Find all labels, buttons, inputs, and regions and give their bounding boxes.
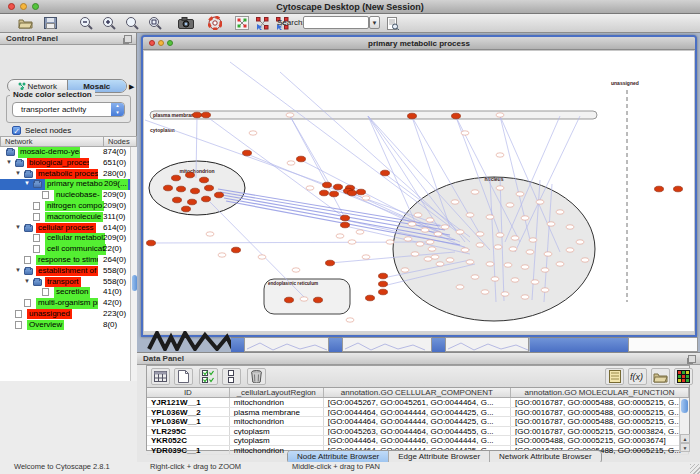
graph-node-small[interactable] [556,262,564,266]
graph-node-small[interactable] [300,297,308,301]
graph-node[interactable] [452,113,461,119]
graph-node-small[interactable] [504,263,512,267]
graph-node[interactable] [173,197,182,203]
minimize-window-icon[interactable] [20,3,27,10]
graph-node[interactable] [341,215,350,221]
graph-node-small[interactable] [428,247,436,251]
float-panel-icon[interactable] [124,35,132,43]
graph-node-small[interactable] [426,218,434,222]
graph-node[interactable] [186,172,195,178]
zoom-fit-icon[interactable] [145,15,165,31]
graph-node-small[interactable] [431,255,439,259]
tree-row[interactable]: nucleobase-209(0) [0,190,130,201]
open-attributes-icon[interactable] [651,368,670,385]
graph-node-small[interactable] [481,290,489,294]
graph-node[interactable] [314,297,323,303]
search-input[interactable] [303,16,369,29]
graph-node[interactable] [215,192,224,198]
table-row[interactable]: YLR295Ccytoplasm[GO:0045263, GO:0044464,… [147,427,689,437]
matrix-view-icon[interactable] [674,368,693,385]
graph-node-small[interactable] [401,268,409,272]
graph-node[interactable] [323,182,332,188]
graph-node-small[interactable] [521,295,529,299]
graph-node[interactable] [381,170,390,176]
graph-node-small[interactable] [494,245,502,249]
network-canvas[interactable]: plasma membranecytoplasmmitochondrionnuc… [144,51,694,332]
background-window-preview[interactable] [342,337,432,352]
graph-node[interactable] [379,281,388,287]
snapshot-camera-icon[interactable] [176,15,196,31]
graph-node[interactable] [357,189,366,195]
graph-node-small[interactable] [511,278,519,282]
graph-node[interactable] [379,273,388,279]
table-scrollbar[interactable]: ▲ ▼ [679,398,689,452]
select-all-attributes-icon[interactable] [199,368,218,385]
graph-node-small[interactable] [414,213,422,217]
tree-row[interactable]: ▼transport558(0) [0,277,130,288]
graph-node-small[interactable] [516,192,524,196]
graph-node-small[interactable] [521,265,529,269]
network-overview-icon[interactable] [232,15,252,31]
graph-node[interactable] [655,186,664,192]
tree-expander-icon[interactable]: ▼ [15,170,21,176]
tree-row[interactable]: macromolecule311(0) [0,212,130,223]
graph-node-small[interactable] [501,292,509,296]
tree-row[interactable]: cell communicat22(0) [0,244,130,255]
table-row[interactable]: YJR121W__1mitochondrion[GO:0045267, GO:0… [147,398,689,408]
new-attribute-icon[interactable] [174,368,193,385]
tree-row[interactable]: ▼cellular process614(0) [0,223,130,234]
graph-node-small[interactable] [292,268,300,272]
graph-node-small[interactable] [451,200,459,204]
graph-node-small[interactable] [456,230,464,234]
graph-node-small[interactable] [566,225,574,229]
graph-node-small[interactable] [556,210,564,214]
network-frame-titlebar[interactable]: primary metabolic process [143,37,695,50]
table-scrollbar-thumb[interactable] [681,399,688,413]
graph-node-small[interactable] [526,250,534,254]
background-window-edge[interactable] [530,337,628,352]
graph-node-small[interactable] [461,131,469,135]
frame-zoom-icon[interactable] [167,40,173,46]
graph-node-small[interactable] [287,161,295,165]
column-header[interactable]: _cellularLayoutRegion [230,388,324,397]
graph-node-small[interactable] [362,196,370,200]
graph-node[interactable] [326,260,335,266]
background-window-preview[interactable] [628,337,698,352]
tab-overflow-arrow-icon[interactable]: ▶ [129,83,134,91]
window-titlebar[interactable]: Cytoscape Desktop (New Session) [0,0,700,14]
float-panel-icon[interactable] [688,355,696,363]
tree-row[interactable]: unassigned223(0) [0,309,130,320]
graph-node[interactable] [202,196,211,202]
graph-node[interactable] [164,185,173,191]
graph-node-small[interactable] [441,225,449,229]
select-nodes-checkbox[interactable]: ✓ [12,126,21,135]
graph-node[interactable] [379,289,388,295]
tree-row[interactable]: nitrogen compo209(0) [0,201,130,212]
graph-node-small[interactable] [496,113,504,117]
tree-row[interactable]: Overview8(0) [0,320,130,331]
graph-node-small[interactable] [496,153,504,157]
background-window-edge[interactable] [329,337,342,352]
tree-row[interactable]: cellular metabol209(0) [0,233,130,244]
graph-node[interactable] [188,199,197,205]
graph-node-small[interactable] [496,186,504,190]
zoom-out-icon[interactable] [76,15,96,31]
graph-node-small[interactable] [491,277,499,281]
tree-row[interactable]: ▼primary metabo209(... [0,179,130,190]
tree-expander-icon[interactable]: ▼ [6,159,12,165]
graph-node[interactable] [366,295,375,301]
background-window-edge[interactable] [432,337,445,352]
graph-node-small[interactable] [541,288,549,292]
zoom-selected-icon[interactable] [122,15,142,31]
graph-node-small[interactable] [566,248,574,252]
graph-node-small[interactable] [486,262,494,266]
open-file-icon[interactable] [15,15,35,31]
tree-column-network[interactable]: Network [0,136,104,147]
search-dropdown-icon[interactable]: ▼ [369,16,380,29]
close-window-icon[interactable] [8,3,15,10]
attribute-select-icon[interactable] [151,368,170,385]
graph-node[interactable] [341,222,350,228]
graph-node-small[interactable] [348,240,356,244]
tree-row[interactable]: multi-organism pro42(0) [0,298,130,309]
graph-node-small[interactable] [529,238,537,242]
